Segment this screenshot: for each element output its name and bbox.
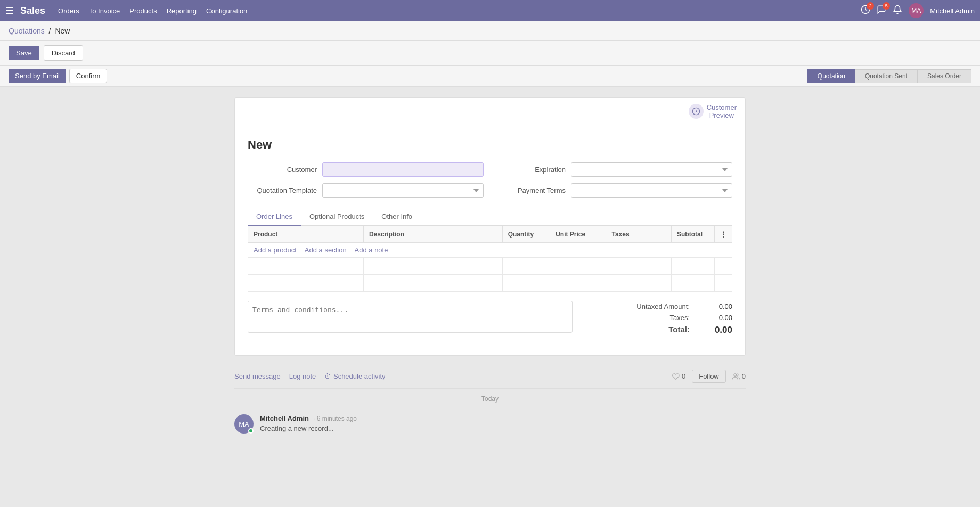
- likes-count: 0: [672, 372, 685, 380]
- total-value: 0.00: [700, 325, 732, 336]
- customer-input[interactable]: [322, 162, 484, 177]
- total-label: Total:: [668, 325, 690, 336]
- add-section-link[interactable]: Add a section: [305, 246, 347, 254]
- timeline-separator: Today: [234, 395, 746, 403]
- col-header-menu: ⋮: [714, 226, 732, 243]
- expiration-input[interactable]: [571, 162, 732, 177]
- customer-preview-label: CustomerPreview: [707, 103, 737, 119]
- payment-terms-field-row: Payment Terms: [496, 183, 732, 198]
- col-header-quantity: Quantity: [502, 226, 550, 243]
- form-title: New: [248, 138, 732, 152]
- expiration-field-row: Expiration: [496, 162, 732, 177]
- breadcrumb-separator: /: [49, 27, 53, 35]
- breadcrumb-current: New: [55, 27, 70, 35]
- clock-icon: ⏱: [324, 372, 333, 380]
- col-header-description: Description: [363, 226, 502, 243]
- breadcrumb-parent[interactable]: Quotations: [9, 27, 45, 35]
- customer-preview-icon: [689, 104, 704, 119]
- action-bar: Save Discard: [0, 41, 980, 66]
- app-title: Sales: [20, 5, 45, 17]
- table-header-row: Product Description Quantity Unit Price …: [248, 226, 732, 243]
- taxes-row: Taxes: 0.00: [583, 312, 732, 323]
- table-divider: [248, 292, 732, 292]
- likes-value: 0: [682, 372, 685, 380]
- status-bar: Send by Email Confirm Quotation Quotatio…: [0, 66, 980, 87]
- nav-right: 2 5 MA Mitchell Admin: [861, 3, 975, 18]
- breadcrumb: Quotations / New: [0, 21, 980, 41]
- customer-label: Customer: [248, 166, 317, 174]
- add-links-cell: Add a product Add a section Add a note: [248, 243, 732, 258]
- expiration-label: Expiration: [496, 166, 566, 174]
- step-sales-order[interactable]: Sales Order: [917, 69, 971, 83]
- table-row: [248, 275, 732, 292]
- step-quotation-sent[interactable]: Quotation Sent: [855, 69, 918, 83]
- tab-optional-products[interactable]: Optional Products: [301, 208, 373, 226]
- user-name: Mitchell Admin: [930, 7, 975, 15]
- table-row: [248, 258, 732, 275]
- save-button[interactable]: Save: [9, 46, 39, 60]
- messages-icon[interactable]: 5: [877, 5, 886, 17]
- quotation-template-input[interactable]: [322, 183, 484, 198]
- nav-orders[interactable]: Orders: [58, 7, 79, 15]
- updates-badge: 2: [867, 2, 874, 10]
- avatar-initials: MA: [911, 7, 921, 14]
- nav-reporting[interactable]: Reporting: [167, 7, 197, 15]
- followers-count: 0: [732, 372, 746, 380]
- step-quotation[interactable]: Quotation: [807, 69, 855, 83]
- tabs: Order Lines Optional Products Other Info: [248, 208, 732, 226]
- status-steps: Quotation Quotation Sent Sales Order: [807, 69, 971, 83]
- action-buttons: Send by Email Confirm: [9, 69, 107, 83]
- log-note-button[interactable]: Log note: [289, 370, 316, 382]
- avatar-status-indicator: [248, 428, 254, 434]
- col-header-subtotal: Subtotal: [671, 226, 714, 243]
- nav-products[interactable]: Products: [129, 7, 157, 15]
- add-note-link[interactable]: Add a note: [355, 246, 388, 254]
- nav-configuration[interactable]: Configuration: [206, 7, 247, 15]
- card-header: CustomerPreview: [235, 98, 745, 125]
- untaxed-amount-row: Untaxed Amount: 0.00: [583, 301, 732, 312]
- updates-icon[interactable]: 2: [861, 5, 870, 17]
- form-card: CustomerPreview New Customer Expiration: [234, 97, 746, 356]
- terms-textarea[interactable]: [248, 301, 573, 333]
- taxes-value: 0.00: [700, 314, 732, 322]
- follow-button[interactable]: Follow: [692, 370, 726, 383]
- payment-terms-label: Payment Terms: [496, 186, 566, 194]
- avatar[interactable]: MA: [909, 3, 924, 18]
- nav-to-invoice[interactable]: To Invoice: [89, 7, 120, 15]
- terms-box: [248, 301, 573, 337]
- taxes-label: Taxes:: [669, 314, 690, 322]
- alerts-icon[interactable]: [893, 5, 902, 17]
- total-row: Total: 0.00: [583, 323, 732, 337]
- add-product-row: Add a product Add a section Add a note: [248, 243, 732, 258]
- confirm-button[interactable]: Confirm: [69, 69, 108, 83]
- quotation-template-label: Quotation Template: [248, 186, 317, 194]
- send-email-button[interactable]: Send by Email: [9, 69, 66, 83]
- add-product-link[interactable]: Add a product: [254, 246, 297, 254]
- untaxed-value: 0.00: [700, 302, 732, 310]
- message-text: Creating a new record...: [260, 424, 746, 432]
- nav-links: Orders To Invoice Products Reporting Con…: [58, 7, 861, 15]
- payment-terms-input[interactable]: [571, 183, 732, 198]
- col-header-unit-price: Unit Price: [550, 226, 606, 243]
- tab-other-info[interactable]: Other Info: [373, 208, 421, 226]
- followers-value: 0: [742, 372, 746, 380]
- col-header-taxes: Taxes: [606, 226, 672, 243]
- quotation-template-field-row: Quotation Template: [248, 183, 484, 198]
- message: MA Mitchell Admin · 6 minutes ago Creati…: [234, 409, 746, 439]
- order-lines-table: Product Description Quantity Unit Price …: [248, 226, 732, 292]
- message-avatar-initials: MA: [239, 420, 249, 428]
- send-message-button[interactable]: Send message: [234, 370, 281, 382]
- chatter: Send message Log note ⏱ Schedule activit…: [234, 364, 746, 439]
- form-fields: Customer Expiration Quotation Template P…: [248, 162, 732, 198]
- app-grid-icon[interactable]: ☰: [5, 5, 14, 17]
- main-area: CustomerPreview New Customer Expiration: [0, 87, 980, 487]
- messages-badge: 5: [883, 2, 890, 10]
- discard-button[interactable]: Discard: [44, 45, 83, 61]
- untaxed-label: Untaxed Amount:: [636, 302, 690, 310]
- schedule-activity-button[interactable]: ⏱ Schedule activity: [324, 370, 385, 382]
- message-content: Mitchell Admin · 6 minutes ago Creating …: [260, 414, 746, 434]
- customer-preview-button[interactable]: CustomerPreview: [689, 103, 737, 119]
- message-time: · 6 minutes ago: [313, 415, 357, 422]
- tab-order-lines[interactable]: Order Lines: [248, 208, 301, 226]
- chatter-actions: Send message Log note ⏱ Schedule activit…: [234, 364, 746, 389]
